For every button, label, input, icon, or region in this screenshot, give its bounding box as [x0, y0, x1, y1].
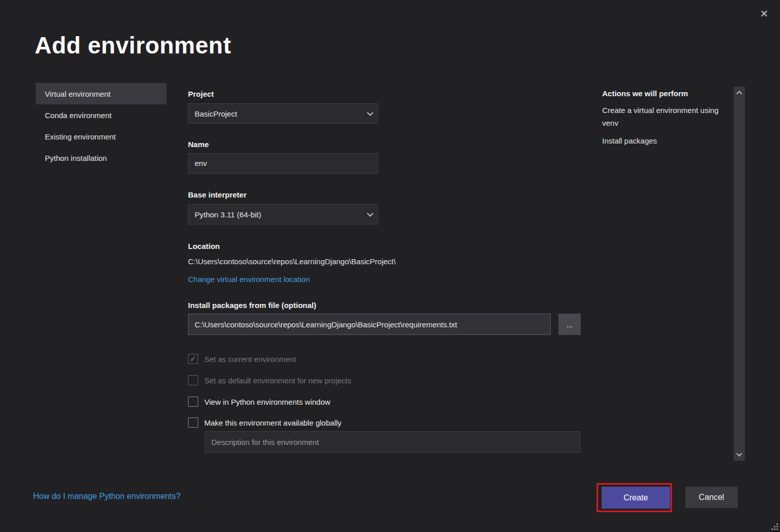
sidebar-item-virtual-environment[interactable]: Virtual environment [36, 83, 167, 104]
actions-panel-item: Create a virtual environment using venv [602, 104, 722, 129]
sidebar-item-label: Conda environment [45, 111, 112, 120]
sidebar-item-label: Virtual environment [45, 90, 111, 98]
chevron-down-icon [367, 109, 373, 116]
checkbox-unchecked-icon [188, 397, 198, 407]
description-input[interactable] [205, 431, 580, 453]
close-icon[interactable]: ✕ [757, 6, 772, 21]
resize-grip[interactable] [771, 523, 778, 530]
environment-type-sidebar: Virtual environment Conda environment Ex… [36, 83, 167, 169]
name-label: Name [188, 140, 209, 149]
sidebar-item-label: Existing environment [45, 132, 116, 141]
actions-panel-title: Actions we will perform [602, 89, 688, 98]
page-title: Add environment [35, 32, 231, 59]
change-location-link[interactable]: Change virtual environment location [188, 275, 310, 284]
checkbox-unchecked-icon [188, 375, 198, 385]
add-environment-dialog: ✕ Add environment Virtual environment Co… [0, 0, 780, 532]
base-interpreter-select[interactable]: Python 3.11 (64-bit) [188, 204, 378, 225]
sidebar-item-python-installation[interactable]: Python installation [36, 147, 167, 169]
checkbox-label: Set as current environment [204, 355, 296, 363]
checkbox-label: View in Python environments window [204, 398, 330, 406]
actions-panel-item: Install packages [602, 134, 722, 147]
checkbox-label: Make this environment available globally [204, 418, 341, 427]
scroll-down-icon[interactable] [734, 450, 745, 461]
project-select-value: BasicProject [195, 109, 237, 118]
sidebar-item-label: Python installation [45, 154, 107, 162]
install-packages-input[interactable] [188, 314, 551, 335]
base-interpreter-label: Base interpreter [188, 190, 247, 199]
checkbox-label: Set as default environment for new proje… [204, 376, 352, 385]
browse-button[interactable]: ... [558, 314, 581, 335]
sidebar-item-existing-environment[interactable]: Existing environment [36, 126, 167, 147]
sidebar-item-conda-environment[interactable]: Conda environment [36, 104, 167, 126]
location-path: C:\Users\contoso\source\repos\LearningDj… [188, 257, 396, 266]
project-label: Project [188, 90, 214, 98]
checkbox-checked-icon: ✓ [188, 354, 198, 364]
chevron-down-icon [367, 210, 373, 217]
vertical-scrollbar[interactable] [734, 87, 745, 461]
install-packages-label: Install packages from file (optional) [188, 301, 316, 310]
cancel-button[interactable]: Cancel [685, 487, 738, 508]
base-interpreter-select-value: Python 3.11 (64-bit) [195, 210, 261, 219]
manage-environments-help-link[interactable]: How do I manage Python environments? [33, 492, 180, 501]
scroll-up-icon[interactable] [734, 87, 745, 98]
project-select[interactable]: BasicProject [188, 103, 378, 124]
checkbox-view-in-python-environments-window[interactable]: View in Python environments window [188, 396, 330, 408]
name-input[interactable] [188, 153, 378, 174]
checkbox-set-as-current-environment[interactable]: ✓ Set as current environment [188, 353, 296, 365]
location-label: Location [188, 242, 220, 250]
create-button[interactable]: Create [602, 487, 670, 509]
checkbox-make-environment-available-globally[interactable]: Make this environment available globally [188, 416, 341, 429]
checkbox-set-as-default-environment[interactable]: Set as default environment for new proje… [188, 374, 352, 386]
checkbox-unchecked-icon [188, 417, 198, 428]
